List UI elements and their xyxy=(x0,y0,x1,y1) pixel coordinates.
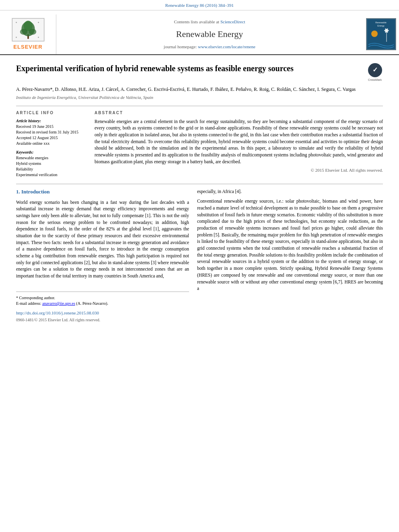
keywords-section: Keywords: Renewable energies Hybrid syst… xyxy=(16,150,86,178)
elsevier-logo-section: ✦ ✦ ✦ ✦ ELSEVIER xyxy=(0,14,56,54)
citation-bar: Renewable Energy 86 (2016) 384–391 xyxy=(0,0,399,10)
body-left-col: 1. Introduction World energy scenario ha… xyxy=(16,188,189,326)
svg-text:✦: ✦ xyxy=(37,21,39,24)
abstract-text: Renewable energies are a central element… xyxy=(95,118,383,165)
journal-title: Renewable Energy xyxy=(64,28,355,41)
copyright-text: © 2015 Elsevier Ltd. All rights reserved… xyxy=(95,167,383,173)
svg-text:Renewable: Renewable xyxy=(375,21,387,24)
svg-point-5 xyxy=(20,29,27,35)
elsevier-tree-icon: ✦ ✦ ✦ ✦ xyxy=(10,18,46,42)
keyword-4: Experimental verification xyxy=(16,172,86,178)
crossmark-label: CrossMark xyxy=(368,78,382,82)
email-link[interactable]: anavarro@iie.upv.es xyxy=(42,301,75,306)
elsevier-logo: ✦ ✦ ✦ ✦ ELSEVIER xyxy=(10,18,46,51)
journal-cover-image: Renewable Energy xyxy=(366,18,396,50)
article-divider xyxy=(16,106,383,106)
body-right-para-1: especially, in Africa [4]. xyxy=(197,188,383,195)
science-direct-label: Contents lists available at ScienceDirec… xyxy=(64,19,355,25)
email-author-name: (A. Pérez-Navarro). xyxy=(76,301,108,306)
abstract-section-title: ABSTRACT xyxy=(95,110,383,116)
article-title-section: Experimental verification of hybrid rene… xyxy=(16,63,383,82)
issn-line: 0960-1481/© 2015 Elsevier Ltd. All right… xyxy=(16,317,189,323)
cover-svg: Renewable Energy xyxy=(366,18,396,50)
section1-heading: 1. Introduction xyxy=(16,188,189,196)
history-label: Article history: xyxy=(16,118,86,124)
accepted-date: Accepted 12 August 2015 xyxy=(16,135,86,141)
article-authors: A. Pérez-Navarro*, D. Alfonso, H.E. Ariz… xyxy=(16,86,383,93)
doi-link[interactable]: http://dx.doi.org/10.1016/j.renene.2015.… xyxy=(16,310,189,316)
homepage-link[interactable]: www.elsevier.com/locate/renene xyxy=(198,44,255,49)
info-abstract-row: ARTICLE INFO Article history: Received 1… xyxy=(16,110,383,178)
article-title: Experimental verification of hybrid rene… xyxy=(16,63,361,74)
svg-text:✦: ✦ xyxy=(15,21,17,24)
received-date: Received 19 June 2015 xyxy=(16,124,86,129)
article-affiliation: Instituto de Ingeniería Energética, Univ… xyxy=(16,94,383,101)
article-footer: * Corresponding author. E-mail address: … xyxy=(16,292,189,326)
crossmark-icon: ✓ xyxy=(368,63,382,77)
svg-text:Energy: Energy xyxy=(377,25,385,27)
svg-text:✦: ✦ xyxy=(15,36,17,39)
article-content: Experimental verification of hybrid rene… xyxy=(0,55,399,335)
article-info-section-title: ARTICLE INFO xyxy=(16,110,86,116)
keyword-1: Renewable energies xyxy=(16,155,86,161)
body-para-1: World energy scenario has been changing … xyxy=(16,199,189,279)
elsevier-brand-text: ELSEVIER xyxy=(13,43,42,51)
keyword-2: Hybrid systems xyxy=(16,161,86,166)
email-label: E-mail address: xyxy=(16,301,41,306)
article-body: 1. Introduction World energy scenario ha… xyxy=(16,188,383,326)
keywords-label: Keywords: xyxy=(16,150,86,155)
article-history-block: Article history: Received 19 June 2015 R… xyxy=(16,118,86,146)
svg-point-15 xyxy=(371,31,378,37)
revised-date: Received in revised form 31 July 2015 xyxy=(16,129,86,135)
article-info-col: ARTICLE INFO Article history: Received 1… xyxy=(16,110,86,178)
science-direct-link[interactable]: ScienceDirect xyxy=(220,19,245,24)
body-right-col: especially, in Africa [4]. Conventional … xyxy=(197,188,383,326)
abstract-col: ABSTRACT Renewable energies are a centra… xyxy=(95,110,383,178)
journal-header: ✦ ✦ ✦ ✦ ELSEVIER Contents lists availabl… xyxy=(0,10,399,55)
crossmark-badge: ✓ CrossMark xyxy=(367,63,383,82)
available-online: Available online xxx xyxy=(16,141,86,146)
body-right-para-2: Conventional renewable energy sources, i… xyxy=(197,198,383,292)
footer-links: http://dx.doi.org/10.1016/j.renene.2015.… xyxy=(16,310,189,323)
citation-text: Renewable Energy 86 (2016) 384–391 xyxy=(165,3,234,8)
keyword-3: Reliability xyxy=(16,166,86,172)
body-divider xyxy=(16,184,383,184)
corresponding-author-label: * Corresponding author. xyxy=(16,295,189,301)
journal-cover: Renewable Energy xyxy=(363,14,399,54)
page-wrapper: Renewable Energy 86 (2016) 384–391 xyxy=(0,0,399,532)
svg-point-6 xyxy=(29,29,36,35)
journal-homepage: journal homepage: www.elsevier.com/locat… xyxy=(64,44,355,50)
svg-text:✦: ✦ xyxy=(37,36,39,39)
email-line: E-mail address: anavarro@iie.upv.es (A. … xyxy=(16,301,189,307)
journal-header-center: Contents lists available at ScienceDirec… xyxy=(56,14,363,54)
